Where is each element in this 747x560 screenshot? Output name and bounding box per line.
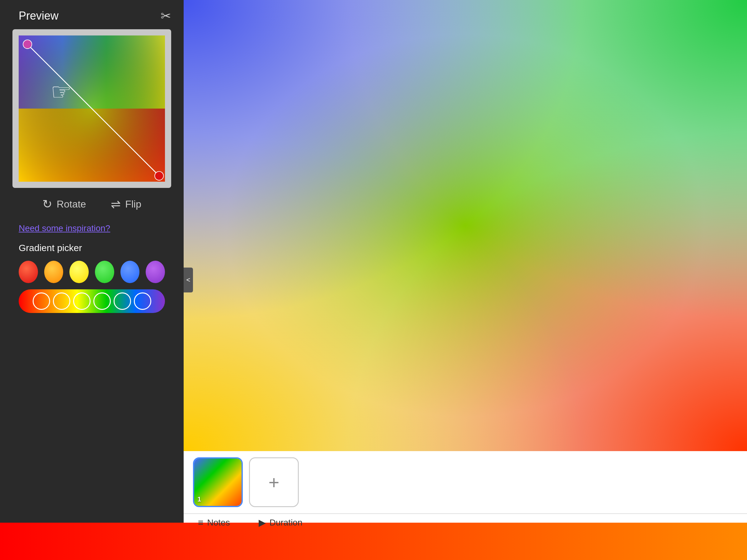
slide-thumb-1[interactable]: 1: [193, 457, 243, 507]
color-circle-red[interactable]: [19, 261, 38, 283]
svg-text:☞: ☞: [51, 79, 72, 105]
bottom-toolbar: ≡ Notes ▶ Duration: [184, 513, 747, 531]
preview-header: Preview ✂: [0, 0, 184, 29]
color-circle-purple[interactable]: [146, 261, 165, 283]
rotate-label: Rotate: [57, 198, 86, 210]
main-gradient-display: [184, 0, 747, 451]
color-circle-yellow[interactable]: [70, 261, 89, 283]
content-area: 1 + ≡ Notes ▶ Duration: [184, 0, 747, 523]
bottom-panel: 1 + ≡ Notes ▶ Duration: [184, 451, 747, 523]
color-circle-orange[interactable]: [44, 261, 63, 283]
duration-button[interactable]: ▶ Duration: [254, 514, 308, 531]
notes-icon: ≡: [198, 517, 204, 528]
rotate-button[interactable]: ↻ Rotate: [42, 197, 86, 211]
bar-circle-purple[interactable]: [134, 292, 151, 310]
color-circles: [19, 261, 165, 283]
duration-icon: ▶: [259, 517, 266, 528]
bar-circle-red[interactable]: [33, 292, 50, 310]
flip-label: Flip: [125, 198, 141, 210]
slide-thumb-gradient: [194, 459, 241, 506]
bar-circle-green[interactable]: [93, 292, 111, 310]
svg-point-6: [155, 171, 163, 180]
preview-canvas-wrapper: ☞: [12, 29, 171, 188]
rotate-icon: ↻: [42, 197, 52, 211]
svg-point-5: [23, 40, 32, 49]
collapse-icon: <: [186, 276, 190, 284]
transform-buttons: ↻ Rotate ⇌ Flip: [0, 188, 184, 220]
slides-area: 1 +: [184, 451, 747, 513]
gradient-bar-circles: [19, 289, 165, 313]
notes-label: Notes: [207, 518, 230, 528]
duration-label: Duration: [269, 518, 303, 528]
scissors-icon[interactable]: ✂: [161, 9, 171, 23]
bar-circle-orange[interactable]: [53, 292, 70, 310]
sidebar: Preview ✂: [0, 0, 184, 523]
gradient-picker-section: Gradient picker: [0, 240, 184, 319]
slide-thumb-number: 1: [197, 495, 201, 503]
notes-button[interactable]: ≡ Notes: [193, 514, 235, 531]
preview-title: Preview: [19, 9, 58, 22]
preview-canvas[interactable]: ☞: [19, 35, 165, 182]
add-slide-button[interactable]: +: [249, 457, 299, 507]
bar-circle-blue[interactable]: [113, 292, 131, 310]
inspiration-link[interactable]: Need some inspiration?: [0, 220, 184, 240]
collapse-arrow[interactable]: <: [184, 268, 193, 292]
gradient-bar-wrapper[interactable]: [19, 289, 165, 313]
bar-circle-yellow[interactable]: [73, 292, 91, 310]
color-circle-green[interactable]: [95, 261, 114, 283]
flip-icon: ⇌: [111, 197, 121, 211]
gradient-picker-title: Gradient picker: [19, 243, 165, 253]
flip-button[interactable]: ⇌ Flip: [111, 197, 141, 211]
color-circle-blue[interactable]: [121, 261, 140, 283]
